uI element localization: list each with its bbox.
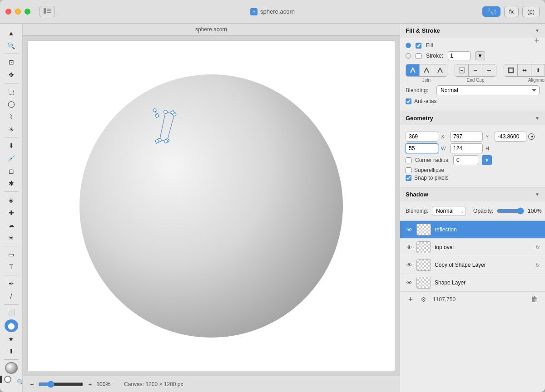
stroke-value-input[interactable] [448, 51, 471, 60]
join-label: Join [422, 78, 431, 83]
foreground-color[interactable] [0, 376, 2, 383]
gradient-tool[interactable]: ▭ [4, 249, 19, 260]
fill-stroke-header[interactable]: Fill & Stroke ▼ [400, 24, 545, 38]
layer-thumb-shape [416, 277, 431, 289]
tools-button[interactable]: 🔧! [482, 6, 500, 17]
corner-radius-checkbox[interactable] [406, 157, 411, 163]
add-layer-button[interactable]: + [406, 294, 416, 304]
pen-tool[interactable]: ✒ [4, 278, 19, 289]
fill-stroke-section: Fill & Stroke ▼ Fill Stroke: [400, 24, 545, 111]
layer-visibility-reflection[interactable]: 👁 [406, 226, 413, 233]
shadow-body: Blending: Normal Multiply Screen Opacity… [400, 201, 545, 220]
ellipse-select-tool[interactable]: ◯ [4, 98, 19, 110]
corner-radius-label: Corner radius: [415, 157, 450, 163]
zoom-fit[interactable]: 🔍 [13, 376, 23, 388]
y-input[interactable]: 797 [450, 132, 483, 142]
fill-checkbox[interactable] [416, 43, 421, 49]
w-input[interactable] [406, 143, 438, 153]
layer-shape[interactable]: 👁 Shape Layer [400, 274, 545, 292]
join-btn-2[interactable] [420, 64, 433, 76]
maximize-button[interactable] [25, 9, 30, 15]
opacity-label: Opacity: [473, 208, 493, 214]
fx-button[interactable]: fx [504, 6, 519, 17]
align-btn-3[interactable]: ⬍ [531, 64, 545, 76]
angle-indicator[interactable] [528, 133, 535, 140]
zoom-slider[interactable] [38, 381, 84, 388]
line-tool[interactable]: / [4, 290, 19, 302]
layer-visibility-shape[interactable]: 👁 [406, 279, 413, 286]
svg-rect-19 [509, 68, 513, 73]
zoom-tool[interactable]: 🔍 [4, 40, 19, 52]
stroke-checkbox[interactable] [416, 53, 421, 59]
rect-select-tool[interactable]: ⬚ [4, 86, 19, 98]
layer-settings-button[interactable]: ⚙ [418, 294, 428, 304]
fill-radio[interactable] [406, 43, 411, 48]
eraser-tool[interactable]: ◻ [4, 165, 19, 177]
blending-select[interactable]: Normal Multiply Screen Overlay [436, 85, 540, 95]
brush-tool[interactable]: ◈ [4, 194, 19, 206]
shadow-blending-label: Blending: [406, 208, 428, 214]
h-input[interactable] [450, 143, 483, 153]
lasso-tool[interactable]: ⌇ [4, 111, 19, 122]
corner-radius-row: Corner radius: ▼ [406, 155, 540, 165]
snap-pixels-checkbox[interactable] [406, 175, 411, 181]
align-btn-2[interactable]: ⬌ [518, 64, 531, 76]
zoom-out-button[interactable]: − [30, 381, 34, 388]
angle-input[interactable] [495, 132, 526, 142]
fill-label: Fill [426, 42, 433, 49]
star-tool[interactable]: ★ [4, 333, 19, 345]
layer-top-oval[interactable]: 👁 top oval fx [400, 239, 545, 256]
end-cap-btn-3[interactable] [482, 64, 496, 76]
opacity-slider[interactable] [497, 207, 524, 215]
shadow-blending-select[interactable]: Normal Multiply Screen [432, 206, 466, 216]
add-panel-button[interactable]: + [534, 35, 540, 46]
layer-visibility-copy-shape[interactable]: 👁 [406, 261, 413, 269]
window-title-area: A sphere.acorn [250, 8, 295, 15]
shadow-header[interactable]: Shadow ▼ [400, 187, 545, 201]
stroke-radio[interactable] [406, 53, 411, 59]
delete-layer-button[interactable]: 🗑 [530, 294, 540, 304]
ellipse-shape-tool[interactable]: ⬤ [5, 319, 18, 332]
layer-reflection[interactable]: 👁 reflection [400, 221, 545, 239]
corner-radius-input[interactable] [453, 155, 478, 165]
align-btn-1[interactable] [504, 64, 518, 76]
polygon-tool[interactable]: ⬆ [4, 345, 19, 357]
fx-label: fx [509, 8, 514, 15]
superellipse-checkbox[interactable] [406, 167, 411, 173]
text-tool[interactable]: T [4, 261, 19, 273]
background-color[interactable] [4, 376, 11, 383]
minimize-button[interactable] [15, 9, 21, 15]
color-picker[interactable] [5, 362, 18, 374]
stamp-tool[interactable]: ✱ [4, 178, 19, 190]
end-cap-btn-1[interactable] [455, 64, 469, 76]
toolbar-divider-7 [4, 304, 19, 305]
close-button[interactable] [5, 9, 11, 15]
transform-tool[interactable]: ✥ [4, 69, 19, 81]
sidebar-toggle-button[interactable] [40, 6, 55, 17]
join-btn-3[interactable] [433, 64, 447, 76]
corner-type-dropdown[interactable]: ▼ [482, 155, 492, 165]
param-button[interactable]: (p) [522, 6, 540, 17]
rect-shape-tool[interactable]: ⬜ [4, 307, 19, 319]
shape-tool[interactable]: ☁ [4, 220, 19, 231]
eyedropper-tool[interactable]: 💉 [4, 152, 19, 164]
join-btn-1[interactable] [406, 64, 420, 76]
sphere-shape [79, 74, 343, 338]
anti-alias-checkbox[interactable] [406, 98, 411, 104]
x-input[interactable]: 369 [406, 132, 438, 142]
stroke-dropdown[interactable]: ▼ [475, 51, 485, 60]
zoom-in-button[interactable]: + [88, 381, 92, 388]
end-cap-btn-2[interactable] [469, 64, 482, 76]
canvas-content[interactable] [27, 40, 395, 371]
param-label: (p) [527, 8, 535, 15]
magic-wand-tool[interactable]: ✳ [4, 123, 19, 135]
select-tool[interactable]: ▲ [4, 27, 19, 39]
crop-tool[interactable]: ⊡ [4, 56, 19, 68]
tools-icon: 🔧! [487, 8, 496, 15]
layer-visibility-top-oval[interactable]: 👁 [406, 244, 413, 251]
paint-bucket-tool[interactable]: ⬇ [4, 140, 19, 152]
geometry-header[interactable]: Geometry ▼ [400, 111, 545, 125]
layer-copy-shape[interactable]: 👁 Copy of Shape Layer fx [400, 256, 545, 274]
sun-tool[interactable]: ☀ [4, 232, 19, 244]
heal-tool[interactable]: ✚ [4, 207, 19, 219]
